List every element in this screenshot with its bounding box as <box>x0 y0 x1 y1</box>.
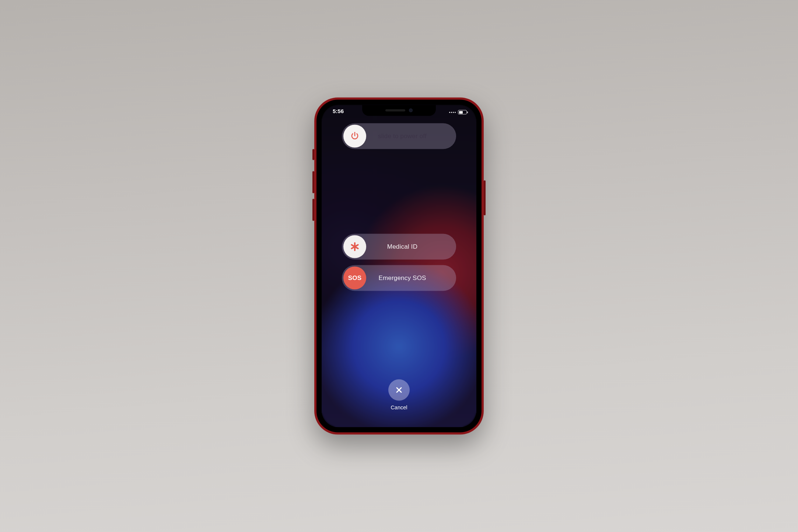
battery-icon <box>458 110 467 115</box>
medical-id-label: Medical ID <box>368 243 456 251</box>
volume-down-button[interactable] <box>312 199 314 221</box>
power-icon <box>350 131 360 141</box>
mute-switch[interactable] <box>312 149 314 160</box>
sos-knob[interactable]: SOS <box>343 267 366 290</box>
volume-up-button[interactable] <box>312 171 314 193</box>
medical-id-slider[interactable]: Medical ID <box>342 234 456 260</box>
status-time: 5:56 <box>330 108 344 117</box>
earpiece-speaker <box>385 109 405 112</box>
medical-asterisk-icon <box>349 241 360 252</box>
phone-bezel: 5:56 <box>316 100 482 433</box>
emergency-sos-slider[interactable]: SOS Emergency SOS <box>342 265 456 291</box>
close-icon <box>395 386 403 395</box>
notch <box>362 105 436 116</box>
sos-knob-text: SOS <box>348 274 362 282</box>
cellular-dots-icon <box>449 112 456 113</box>
cancel-button[interactable] <box>388 379 410 401</box>
iphone-device: 5:56 <box>314 98 484 435</box>
phone-screen: 5:56 <box>322 105 476 427</box>
power-off-label: slide to power off <box>368 133 456 140</box>
side-button[interactable] <box>484 181 486 216</box>
front-camera <box>409 109 413 112</box>
power-off-knob[interactable] <box>343 125 366 148</box>
power-off-slider[interactable]: slide to power off <box>342 123 456 149</box>
medical-id-knob[interactable] <box>343 235 366 258</box>
emergency-sos-label: Emergency SOS <box>368 274 456 282</box>
cancel-label: Cancel <box>391 405 407 410</box>
